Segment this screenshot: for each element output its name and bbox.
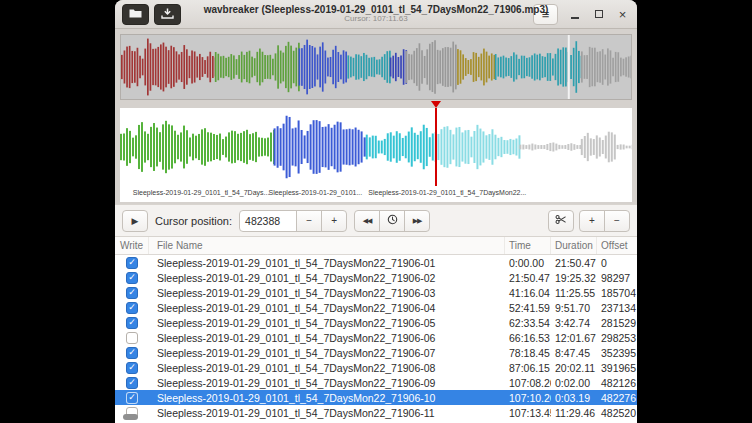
track-name-label: Sleepless-2019-01-29_0101_tl_54_7Days... (133, 189, 270, 196)
table-row[interactable]: ✓Sleepless-2019-01-29_0101_tl_54_7DaysMo… (115, 390, 637, 405)
screen: wavbreaker (Sleepless-2019-01-29_0101_tl… (0, 0, 752, 423)
open-file-button[interactable] (122, 4, 149, 25)
write-checkbox[interactable]: ✓ (126, 317, 138, 329)
table-row[interactable]: ✓Sleepless-2019-01-29_0101_tl_54_7DaysMo… (115, 285, 637, 300)
write-checkbox[interactable]: ✓ (126, 272, 138, 284)
file-name-cell: Sleepless-2019-01-29_0101_tl_54_7DaysMon… (149, 347, 505, 359)
header-file-name[interactable]: File Name (149, 237, 505, 254)
zoom-waveform-canvas (120, 108, 632, 186)
headerbar-left-buttons (122, 4, 181, 25)
seek-forward-button[interactable]: ▶▶ (404, 210, 430, 232)
write-cell: ✓ (115, 377, 149, 389)
offset-cell: 185704 (597, 287, 637, 299)
close-button[interactable]: × (615, 6, 630, 22)
spin-increment-button[interactable]: + (321, 210, 347, 232)
table-row[interactable]: ✓Sleepless-2019-01-29_0101_tl_54_7DaysMo… (115, 345, 637, 360)
write-cell: ✓ (115, 347, 149, 359)
header-duration[interactable]: Duration (551, 237, 597, 254)
time-cell: 87:06.15 (505, 362, 551, 374)
time-cell: 62:33.54 (505, 317, 551, 329)
track-labels-strip: Sleepless-2019-01-29_0101_tl_54_7Days...… (120, 186, 632, 202)
folder-open-icon (129, 7, 142, 22)
table-row[interactable]: Sleepless-2019-01-29_0101_tl_54_7DaysMon… (115, 330, 637, 345)
table-row[interactable]: ✓Sleepless-2019-01-29_0101_tl_54_7DaysMo… (115, 255, 637, 270)
table-row[interactable]: ✓Sleepless-2019-01-29_0101_tl_54_7DaysMo… (115, 375, 637, 390)
offset-cell: 391965 (597, 362, 637, 374)
write-checkbox[interactable]: ✓ (126, 302, 138, 314)
file-name-cell: Sleepless-2019-01-29_0101_tl_54_7DaysMon… (149, 392, 505, 404)
cursor-position-input[interactable]: 482388 (239, 210, 297, 232)
jump-to-time-button[interactable] (379, 210, 405, 232)
overview-waveform[interactable] (120, 34, 632, 100)
remove-break-button[interactable]: − (604, 210, 630, 232)
horizontal-scrollbar[interactable] (123, 414, 138, 420)
offset-cell: 482276 (597, 392, 637, 404)
wavbreaker-window: wavbreaker (Sleepless-2019-01-29_0101_tl… (115, 0, 637, 423)
play-icon: ▶ (132, 216, 139, 226)
maximize-icon (595, 10, 603, 18)
seek-forward-icon: ▶▶ (413, 217, 422, 225)
spin-decrement-button[interactable]: − (296, 210, 322, 232)
offset-cell: 0 (597, 257, 637, 269)
zoom-waveform[interactable] (120, 108, 632, 186)
table-row[interactable]: ✓Sleepless-2019-01-29_0101_tl_54_7DaysMo… (115, 360, 637, 375)
cursor-position-spinbox: 482388 − + (239, 210, 347, 232)
header-time[interactable]: Time (505, 237, 551, 254)
write-checkbox[interactable]: ✓ (126, 392, 138, 404)
write-cell: ✓ (115, 317, 149, 329)
duration-cell: 0:03.19 (551, 392, 597, 404)
offset-cell: 482520 (597, 407, 637, 419)
header-offset[interactable]: Offset (597, 237, 637, 254)
file-name-cell: Sleepless-2019-01-29_0101_tl_54_7DaysMon… (149, 287, 505, 299)
file-name-cell: Sleepless-2019-01-29_0101_tl_54_7DaysMon… (149, 407, 505, 419)
header-write[interactable]: Write (115, 237, 149, 254)
save-download-icon (161, 7, 174, 22)
file-name-cell: Sleepless-2019-01-29_0101_tl_54_7DaysMon… (149, 362, 505, 374)
write-cell: ✓ (115, 272, 149, 284)
file-name-cell: Sleepless-2019-01-29_0101_tl_54_7DaysMon… (149, 257, 505, 269)
duration-cell: 0:02.00 (551, 377, 597, 389)
seek-backward-button[interactable]: ◀◀ (354, 210, 380, 232)
file-name-cell: Sleepless-2019-01-29_0101_tl_54_7DaysMon… (149, 377, 505, 389)
offset-cell: 298253 (597, 332, 637, 344)
overview-waveform-canvas (121, 35, 631, 99)
table-row[interactable]: Sleepless-2019-01-29_0101_tl_54_7DaysMon… (115, 405, 637, 420)
time-cell: 52:41.59 (505, 302, 551, 314)
write-checkbox[interactable]: ✓ (126, 287, 138, 299)
play-button[interactable]: ▶ (122, 210, 148, 232)
scissors-icon (555, 214, 567, 227)
window-title-block: wavbreaker (Sleepless-2019-01-29_0101_tl… (204, 4, 549, 24)
file-name-cell: Sleepless-2019-01-29_0101_tl_54_7DaysMon… (149, 302, 505, 314)
add-break-button[interactable]: + (579, 210, 605, 232)
file-name-cell: Sleepless-2019-01-29_0101_tl_54_7DaysMon… (149, 317, 505, 329)
file-name-cell: Sleepless-2019-01-29_0101_tl_54_7DaysMon… (149, 332, 505, 344)
split-at-cursor-button[interactable] (548, 210, 574, 232)
seek-button-group: ◀◀ ▶▶ (354, 210, 430, 232)
maximize-button[interactable] (591, 6, 606, 22)
time-cell: 41:16.04 (505, 287, 551, 299)
write-checkbox[interactable]: ✓ (126, 362, 138, 374)
duration-cell: 19:25.32 (551, 272, 597, 284)
write-cell: ✓ (115, 287, 149, 299)
table-header: Write File Name Time Duration Offset (115, 237, 637, 255)
table-row[interactable]: ✓Sleepless-2019-01-29_0101_tl_54_7DaysMo… (115, 270, 637, 285)
clock-icon (387, 214, 398, 227)
time-cell: 78:18.45 (505, 347, 551, 359)
table-row[interactable]: ✓Sleepless-2019-01-29_0101_tl_54_7DaysMo… (115, 315, 637, 330)
track-list: ✓Sleepless-2019-01-29_0101_tl_54_7DaysMo… (115, 255, 637, 423)
playback-cursor[interactable] (435, 108, 437, 186)
time-cell: 107:13.45 (505, 407, 551, 419)
write-checkbox[interactable]: ✓ (126, 377, 138, 389)
write-checkbox[interactable]: ✓ (126, 257, 138, 269)
table-row[interactable]: ✓Sleepless-2019-01-29_0101_tl_54_7DaysMo… (115, 300, 637, 315)
track-name-label: Sleepless-2019-01-29_0101... (268, 189, 362, 196)
cursor-marker-icon (431, 101, 441, 108)
minimize-button[interactable] (567, 6, 582, 22)
break-button-group: + − (548, 210, 630, 232)
track-name-label: Sleepless-2019-01-29_0101_tl_54_7DaysMon… (368, 189, 526, 196)
duration-cell: 3:42.74 (551, 317, 597, 329)
write-checkbox[interactable]: ✓ (126, 347, 138, 359)
save-button[interactable] (154, 4, 181, 25)
cursor-status-text: Cursor: 107:11.63 (204, 15, 549, 24)
write-checkbox[interactable] (126, 332, 138, 344)
